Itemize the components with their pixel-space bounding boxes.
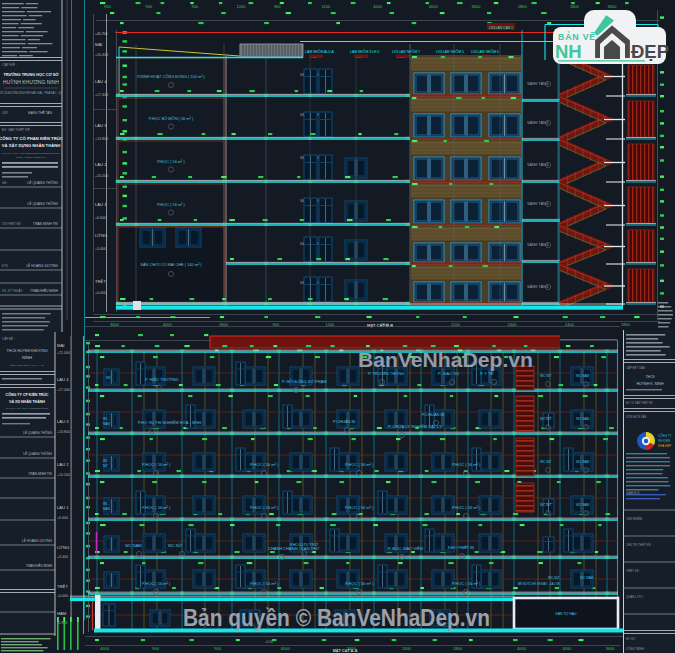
svg-text:900: 900 <box>274 4 281 9</box>
svg-text:CÔNG TY CỔ PHẦN KIẾN TRÚC: CÔNG TY CỔ PHẦN KIẾN TRÚC <box>0 136 63 141</box>
svg-text:47+38: 47+38 <box>310 56 317 58</box>
svg-text:WC: WC <box>103 417 109 421</box>
svg-text:LV3.LAM NHÔM 5: LV3.LAM NHÔM 5 <box>436 49 464 54</box>
svg-text:900: 900 <box>104 4 111 9</box>
svg-text:P.CHUẨN BỊ: P.CHUẨN BỊ <box>422 412 444 417</box>
svg-text:KHO THIẾT BỊ: KHO THIẾT BỊ <box>448 545 474 550</box>
svg-text:P. GIÁO VỤ: P. GIÁO VỤ <box>438 371 459 376</box>
svg-text:P.HỌC ( 56 m² ): P.HỌC ( 56 m² ) <box>345 505 374 510</box>
svg-text:TRỆT: TRỆT <box>95 279 106 284</box>
svg-text:P.HỌC ( 56 m² ): P.HỌC ( 56 m² ) <box>250 505 279 510</box>
svg-text:P.HỌC ( 56 m² ): P.HỌC ( 56 m² ) <box>142 581 171 586</box>
svg-text:P.CHUẨN BỊ: P.CHUẨN BỊ <box>333 419 355 424</box>
svg-text:P.HỌC ( 56 m² ): P.HỌC ( 56 m² ) <box>345 462 374 467</box>
svg-text:P.HỌC ( 56 m² ): P.HỌC ( 56 m² ) <box>452 581 481 586</box>
svg-text:P. HIỆU TRƯỞNG: P. HIỆU TRƯỞNG <box>145 377 178 382</box>
svg-text:CẤP ĐỀ TOÀN :: CẤP ĐỀ TOÀN : <box>626 365 647 370</box>
svg-text:CẤP ĐỀ :: CẤP ĐỀ : <box>2 336 15 341</box>
svg-text:LV3.LAN CAN 1: LV3.LAN CAN 1 <box>489 26 513 30</box>
svg-text:TRẦN HIẾU MINH: TRẦN HIẾU MINH <box>30 288 58 293</box>
svg-text:LÊ QUANG THÔNG: LÊ QUANG THÔNG <box>27 180 58 185</box>
svg-text:1200: 1200 <box>321 4 331 9</box>
svg-text:LẦU 3: LẦU 3 <box>57 419 69 424</box>
svg-text:HỒ SƠ :: HỒ SƠ : <box>626 636 637 641</box>
svg-text:WC NỮ: WC NỮ <box>168 543 183 548</box>
svg-text:NHAN THANH ARCHITECTURE & CONS: NHAN THANH ARCHITECTURE & CONSTRUCTION <box>2 152 59 155</box>
svg-text:NINH: NINH <box>22 355 32 360</box>
svg-text:LÊ HOÀNG DƯƠNG: LÊ HOÀNG DƯƠNG <box>26 263 58 268</box>
svg-text:4000: 4000 <box>373 4 383 9</box>
svg-text:JOINT - STOCK COMPANY: JOINT - STOCK COMPANY <box>16 156 46 159</box>
svg-text:HUỲNH KHƯƠNG NINH: HUỲNH KHƯƠNG NINH <box>3 79 59 85</box>
svg-text:+6.600: +6.600 <box>95 216 106 220</box>
svg-text:WC: WC <box>103 459 109 463</box>
svg-text:47+38: 47+38 <box>397 56 404 58</box>
svg-text:900: 900 <box>214 646 221 651</box>
svg-text:KS. KỸ THUẬT :: KS. KỸ THUẬT : <box>2 288 24 293</box>
svg-text:+0.00: +0.00 <box>265 640 273 644</box>
svg-text:LV3.LAM NHÔM 7: LV3.LAM NHÔM 7 <box>392 49 420 54</box>
svg-text:MẶT CẮT A-A: MẶT CẮT A-A <box>333 648 358 653</box>
svg-text:GIÁM ĐỐC :: GIÁM ĐỐC : <box>626 490 642 495</box>
svg-text:TRẦN MINH TRÍ: TRẦN MINH TRÍ <box>33 222 58 226</box>
svg-text:WC: WC <box>106 376 112 380</box>
svg-text:LỬNG: LỬNG <box>95 233 107 238</box>
svg-text:WC NAM: WC NAM <box>125 543 142 548</box>
svg-text:LẦU 2: LẦU 2 <box>95 162 107 167</box>
svg-text:4000: 4000 <box>281 646 291 651</box>
svg-text:NỮ: NỮ <box>103 463 108 468</box>
svg-text:P.HỌC ( 56 m² ): P.HỌC ( 56 m² ) <box>250 581 279 586</box>
svg-text:LÊ QUANG THÔNG: LÊ QUANG THÔNG <box>23 451 52 456</box>
svg-text:WC NỮ: WC NỮ <box>548 575 559 580</box>
svg-text:CN THIẾT KẾ :: CN THIẾT KẾ : <box>2 221 22 226</box>
svg-text:P. TRUYỀN THỐNG: P. TRUYỀN THỐNG <box>368 371 404 376</box>
svg-text:1800: 1800 <box>570 4 580 9</box>
svg-text:THCS HUỲNH KHƯƠNG: THCS HUỲNH KHƯƠNG <box>6 349 47 353</box>
svg-text:900: 900 <box>152 646 159 651</box>
svg-text:900: 900 <box>192 4 199 9</box>
svg-text:P. ĐỌC GIÁO VIÊN: P. ĐỌC GIÁO VIÊN <box>388 546 423 551</box>
svg-text:+10.200: +10.200 <box>95 174 108 178</box>
svg-text:KHO LƯU TRỮ: KHO LƯU TRỮ <box>290 542 319 547</box>
svg-text:WC NAM: WC NAM <box>580 576 594 580</box>
svg-text:LẦU 4: LẦU 4 <box>95 79 107 84</box>
svg-text:LẦU 1: LẦU 1 <box>95 202 107 207</box>
svg-text:CÔNG TY CP KIẾN TRÚC: CÔNG TY CP KIẾN TRÚC <box>6 392 49 397</box>
svg-text:Bản quyền © BanVeNhaDep.vn: Bản quyền © BanVeNhaDep.vn <box>183 605 490 631</box>
svg-text:KTS :: KTS : <box>2 264 10 268</box>
svg-text:WC NAM: WC NAM <box>576 460 590 464</box>
svg-text:+20.400: +20.400 <box>95 53 108 57</box>
svg-text:+0.000: +0.000 <box>95 291 106 295</box>
svg-text:4000: 4000 <box>429 4 439 9</box>
svg-text:+0.000: +0.000 <box>57 594 68 598</box>
svg-text:CĐT :: CĐT : <box>2 111 10 115</box>
svg-text:KẦN TỰ HẬU: KẦN TỰ HẬU <box>556 612 577 616</box>
svg-text:P.HỌC ( 56 m² ): P.HỌC ( 56 m² ) <box>157 159 185 164</box>
svg-text:WC NAM: WC NAM <box>576 503 590 507</box>
svg-text:NAM: NAM <box>103 422 110 426</box>
svg-text:NHÀ ĐẸP: NHÀ ĐẸP <box>658 444 671 448</box>
svg-text:BỂ NƯỚC ĐỂ XE MÁY - LẦU XE: BỂ NƯỚC ĐỂ XE MÁY - LẦU XE <box>518 581 560 586</box>
svg-text:3600: 3600 <box>606 646 616 651</box>
svg-text:SÂN CHƠI CÓ MÁI CHE ( 140 m² ): SÂN CHƠI CÓ MÁI CHE ( 140 m² ) <box>140 262 202 267</box>
svg-text:VÀ XD NHÂN THÀNH: VÀ XD NHÂN THÀNH <box>9 399 45 404</box>
svg-text:CÔNG TRÌNH :: CÔNG TRÌNH : <box>626 646 645 651</box>
svg-text:ĐV. VẤN THIẾT KẾ :: ĐV. VẤN THIẾT KẾ : <box>2 127 31 132</box>
svg-text:LẦU 2: LẦU 2 <box>57 462 69 467</box>
svg-text:LÊ QUANG THÔNG: LÊ QUANG THÔNG <box>23 430 52 435</box>
svg-text:CHỦ NHIỆM :: CHỦ NHIỆM : <box>626 516 644 521</box>
svg-text:TRẦN MINH TRÍ: TRẦN MINH TRÍ <box>28 472 52 476</box>
svg-text:WC NỮ: WC NỮ <box>540 502 551 507</box>
svg-text:+21.000: +21.000 <box>57 351 70 355</box>
svg-text:QUẢN LÝ KT :: QUẢN LÝ KT : <box>626 594 644 599</box>
svg-text:THCS: THCS <box>645 375 655 379</box>
svg-text:ĐẸP: ĐẸP <box>631 41 669 62</box>
svg-text:4000: 4000 <box>100 646 110 651</box>
svg-text:NHAN THANH ARCH. & CONSTRUCTIO: NHAN THANH ARCH. & CONSTRUCTION <box>6 407 48 409</box>
svg-text:P.HỌC ( 56 m² ): P.HỌC ( 56 m² ) <box>142 505 171 510</box>
svg-text:WC: WC <box>103 502 109 506</box>
svg-text:WC NAM: WC NAM <box>576 374 590 378</box>
svg-text:+10.200: +10.200 <box>57 473 70 477</box>
svg-text:HUỲNH K. NINH: HUỲNH K. NINH <box>637 382 664 386</box>
svg-text:CẤP ĐỀ :: CẤP ĐỀ : <box>2 62 17 67</box>
